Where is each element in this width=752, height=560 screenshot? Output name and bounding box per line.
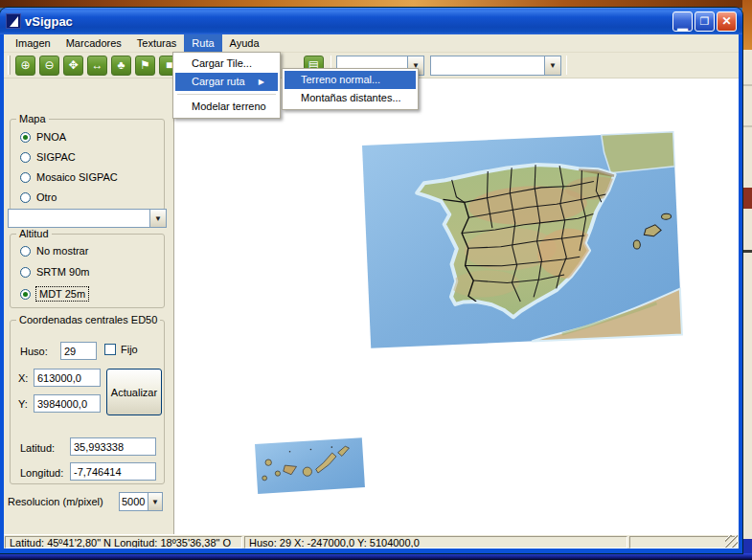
radio-icon[interactable]: [20, 152, 31, 163]
menu-separator: [177, 94, 276, 95]
longitud-label: Longitud:: [20, 467, 63, 479]
zoom-in-icon: ⊕: [20, 58, 30, 72]
background-fragment: [742, 84, 752, 86]
flag-button[interactable]: ⚑: [135, 56, 155, 76]
group-coordenadas-title: Coordenadas centrales ED50: [16, 314, 160, 325]
menuitem-cargar-ruta[interactable]: Cargar ruta ▶: [175, 73, 278, 91]
menu-marcadores[interactable]: Marcadores: [58, 34, 129, 52]
close-icon: ✕: [721, 14, 731, 28]
fit-width-button[interactable]: ↔: [87, 56, 107, 76]
pan-icon: ✥: [68, 58, 78, 72]
desktop-background-right: [742, 0, 752, 560]
desktop-wallpaper-top: [0, 0, 752, 8]
canary-islands-map-tile[interactable]: [255, 437, 365, 494]
radio-icon[interactable]: [20, 289, 31, 300]
radio-icon[interactable]: [20, 132, 31, 143]
menuitem-modelar-terreno-label: Modelar terreno: [192, 98, 266, 116]
group-mapa-title: Mapa: [16, 113, 49, 124]
maximize-icon: ❐: [700, 15, 710, 27]
radio-mosaico-sigpac[interactable]: Mosaico SIGPAC: [20, 171, 118, 183]
menuitem-montanas-distantes[interactable]: Montañas distantes...: [285, 89, 416, 107]
resolucion-label: Resolucion (m/pixel): [8, 496, 103, 507]
zoom-out-icon: ⊖: [44, 58, 54, 72]
toolbar-grip[interactable]: [8, 56, 11, 75]
resize-grip[interactable]: [725, 535, 738, 548]
radio-sigpac-label: SIGPAC: [36, 151, 76, 163]
chevron-down-icon[interactable]: ▼: [149, 210, 166, 227]
actualizar-button[interactable]: Actualizar: [106, 369, 162, 415]
radio-otro-label: Otro: [36, 191, 57, 203]
menu-imagen[interactable]: Imagen: [8, 34, 58, 52]
menuitem-terreno-normal[interactable]: Terreno normal...: [285, 71, 416, 89]
pan-button[interactable]: ✥: [63, 56, 83, 76]
status-latlon: Latitud: 45º41'2,80" N Longitud: 18º35'3…: [5, 536, 242, 549]
radio-pnoa[interactable]: PNOA: [20, 131, 66, 143]
menuitem-cargar-ruta-label: Cargar ruta: [192, 73, 251, 91]
background-fragment: [742, 125, 752, 127]
zoom-out-button[interactable]: ⊖: [39, 56, 59, 76]
window-body: Imagen Marcadores Texturas Ruta Ayuda ⊕ …: [4, 34, 739, 549]
y-label: Y:: [18, 398, 28, 410]
minimize-button[interactable]: ▬: [672, 11, 693, 32]
chevron-down-icon[interactable]: ▼: [148, 493, 162, 510]
radio-icon[interactable]: [20, 246, 31, 257]
radio-no-mostrar[interactable]: No mostrar: [20, 245, 88, 257]
radio-icon[interactable]: [20, 172, 31, 183]
fijo-checkbox-row[interactable]: Fijo: [104, 344, 138, 355]
close-button[interactable]: ✕: [717, 11, 737, 32]
radio-srtm-90m-label: SRTM 90m: [36, 266, 89, 278]
radio-otro[interactable]: Otro: [20, 191, 57, 203]
radio-srtm-90m[interactable]: SRTM 90m: [20, 266, 89, 278]
desktop-background-bottom: [0, 553, 752, 560]
window-title: vSigpac: [25, 14, 671, 29]
map-source-combo[interactable]: ▼: [8, 209, 167, 228]
group-mapa: Mapa PNOA SIGPAC Mosaico SIGPAC Otro: [10, 119, 165, 211]
flag-icon: ⚑: [140, 58, 150, 72]
latitud-input[interactable]: [70, 437, 156, 456]
toolbar-combo-2[interactable]: ▼: [430, 56, 561, 76]
group-coordenadas: Coordenadas centrales ED50 Huso: Fijo X:…: [10, 320, 165, 484]
background-fragment: [742, 0, 752, 50]
radio-mdt-25m-label: MDT 25m: [36, 287, 88, 301]
menu-texturas[interactable]: Texturas: [129, 34, 185, 52]
radio-no-mostrar-label: No mostrar: [36, 245, 88, 257]
map-viewport[interactable]: [174, 78, 739, 534]
huso-label: Huso:: [20, 346, 48, 357]
resolucion-combo[interactable]: 5000 ▼: [119, 492, 163, 511]
submenu-arrow-icon: ▶: [259, 73, 264, 91]
resolucion-combo-value: 5000: [120, 496, 148, 507]
radio-pnoa-label: PNOA: [36, 131, 66, 143]
zoom-in-button[interactable]: ⊕: [15, 56, 35, 76]
menu-ruta[interactable]: Ruta: [184, 34, 221, 52]
menuitem-cargar-tile[interactable]: Cargar Tile...: [175, 55, 278, 73]
menuitem-terreno-normal-label: Terreno normal...: [301, 71, 402, 89]
radio-icon[interactable]: [20, 192, 31, 203]
app-icon: [6, 13, 21, 29]
spain-map-tile[interactable]: [362, 132, 682, 348]
y-input[interactable]: [34, 394, 101, 413]
status-huso-xy: Huso: 29 X: -247000,0 Y: 5104000,0: [244, 536, 627, 549]
menuitem-modelar-terreno[interactable]: Modelar terreno: [175, 98, 278, 116]
background-fragment: [742, 250, 752, 253]
title-bar[interactable]: vSigpac ▬ ❐ ✕: [0, 8, 742, 34]
menu-ayuda[interactable]: Ayuda: [222, 34, 267, 52]
chevron-down-icon[interactable]: ▼: [544, 56, 560, 75]
maximize-button[interactable]: ❐: [695, 11, 715, 32]
radio-mdt-25m[interactable]: MDT 25m: [20, 287, 88, 301]
longitud-input[interactable]: [70, 462, 156, 481]
x-label: X:: [18, 372, 28, 384]
radio-icon[interactable]: [20, 267, 31, 278]
radio-mosaico-sigpac-label: Mosaico SIGPAC: [36, 171, 118, 183]
cargar-ruta-submenu: Terreno normal... Montañas distantes...: [282, 68, 419, 110]
fit-width-icon: ↔: [92, 58, 103, 72]
menuitem-cargar-tile-label: Cargar Tile...: [192, 55, 264, 73]
map-canvas[interactable]: [174, 78, 739, 534]
checkbox-icon[interactable]: [104, 344, 116, 355]
huso-input[interactable]: [60, 342, 97, 360]
tree-button[interactable]: ♣: [111, 56, 131, 76]
fijo-label: Fijo: [121, 344, 138, 355]
status-empty-panel: [629, 536, 738, 549]
x-input[interactable]: [34, 369, 101, 387]
menu-bar: Imagen Marcadores Texturas Ruta Ayuda: [4, 34, 739, 53]
radio-sigpac[interactable]: SIGPAC: [20, 151, 76, 163]
